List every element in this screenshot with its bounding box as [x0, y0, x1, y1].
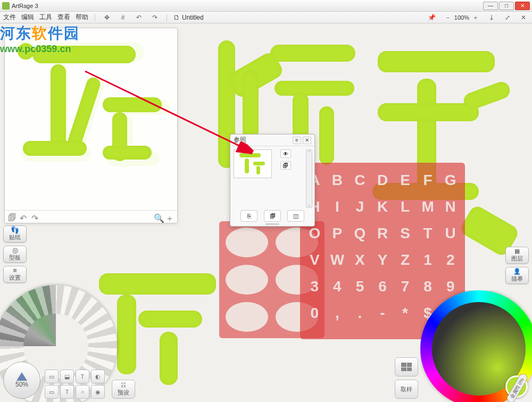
tool-mode-4[interactable]: ◐ [91, 370, 105, 383]
resize-grip[interactable] [265, 223, 279, 225]
new-ref-icon[interactable]: ⎘ [240, 210, 257, 222]
tool-mode-5[interactable]: ▭ [45, 385, 59, 399]
stencil-char: . [350, 301, 370, 325]
close-panel-icon[interactable]: ✕ [518, 13, 529, 22]
stencil-char: 8 [418, 274, 438, 299]
app-title: ArtRage 3 [12, 3, 38, 9]
tool-mode-3[interactable]: T [76, 370, 89, 383]
stencil-char: B [327, 168, 348, 192]
stencil-char: T [418, 221, 438, 246]
zoom-in-icon[interactable]: + [470, 13, 481, 22]
stencil-char: 1 [418, 248, 438, 272]
tool-mode-2[interactable]: ⬓ [60, 370, 74, 383]
note-icon[interactable]: 🗐 [8, 213, 16, 221]
brush-size-indicator[interactable]: 50% [3, 362, 40, 399]
stencil-char: E [395, 168, 415, 192]
stencil-char: N [440, 195, 461, 219]
stencil-char: 4 [327, 274, 348, 299]
options-icon[interactable]: 🗐 [280, 161, 291, 170]
scrollbar[interactable]: ⌃⌄ [306, 149, 312, 208]
menu-view[interactable]: 查看 [57, 13, 70, 22]
annotation-arrow [80, 66, 261, 162]
sample-grid-button[interactable] [395, 357, 418, 376]
stencil-char: L [395, 195, 415, 219]
zoom-value: 100% [454, 14, 469, 21]
svg-line-0 [85, 71, 250, 151]
stencil-char: * [395, 301, 415, 325]
redo-ref-icon[interactable]: ↷ [31, 213, 40, 221]
menu-edit[interactable]: 编辑 [21, 13, 34, 22]
tool-mode-7[interactable]: ○ [76, 385, 89, 399]
stencil-char: 7 [395, 274, 415, 299]
stencil-char: F [418, 168, 438, 192]
stencil-char: S [395, 221, 415, 246]
download-icon[interactable]: ⤓ [486, 13, 497, 22]
stencil-char: 6 [372, 274, 393, 299]
stencil-char: 2 [440, 248, 461, 272]
maximize-button[interactable]: □ [499, 2, 514, 10]
panel-close-icon[interactable]: ✕ [303, 137, 311, 144]
visibility-icon[interactable]: 👁 [280, 149, 291, 158]
stencil-char: W [327, 248, 348, 272]
stencil-char: M [418, 195, 438, 219]
stencil-char: C [350, 168, 370, 192]
stencil-char: U [440, 221, 461, 246]
stencil-char: P [327, 221, 348, 246]
canvas[interactable]: 河东软件园 www.pc0359.cn ABCDEFGHIJKLMNOPQRST… [0, 23, 532, 402]
panel-menu-icon[interactable]: ≡ [293, 137, 301, 144]
close-button[interactable]: ✕ [515, 2, 530, 10]
app-icon [2, 2, 10, 10]
search-icon[interactable]: 🔍 [154, 213, 162, 221]
document-name: Untitled [182, 14, 204, 21]
brush-size-value: 50% [15, 381, 28, 388]
redo-icon[interactable]: ↷ [149, 13, 160, 22]
menu-tools[interactable]: 工具 [39, 13, 52, 22]
stencil-char: D [372, 168, 393, 192]
stencil-char: I [327, 195, 348, 219]
menubar: 文件 编辑 工具 查看 帮助 ✥ # ↶ ↷ 🗋 Untitled 📌 − 10… [0, 12, 532, 23]
add-icon[interactable]: ＋ [165, 213, 174, 221]
preset-button[interactable]: ☷预设 [112, 380, 135, 399]
stencil-char: 3 [304, 274, 325, 299]
fullscreen-icon[interactable]: ⤢ [502, 13, 513, 22]
stickers-panel-button[interactable]: 👣贴纸 [3, 225, 27, 242]
stencil-char: V [304, 248, 325, 272]
move-icon[interactable]: ✥ [102, 13, 112, 22]
stencil-char: K [372, 195, 393, 219]
menu-help[interactable]: 帮助 [76, 13, 88, 22]
undo-icon[interactable]: ↶ [134, 13, 144, 22]
tool-mode-6[interactable]: T [60, 385, 74, 399]
tool-mode-8[interactable]: ◉ [91, 385, 105, 399]
stencil-char: Y [372, 248, 393, 272]
undo-ref-icon[interactable]: ↶ [20, 213, 28, 221]
grid-icon[interactable]: # [118, 13, 128, 22]
menu-file[interactable]: 文件 [3, 13, 16, 22]
settings-panel-button[interactable]: ≡设置 [3, 266, 27, 283]
layers-panel-button[interactable]: ▦图层 [505, 247, 529, 264]
window-titlebar: ArtRage 3 — □ ✕ [0, 0, 532, 12]
stencil-char: Z [395, 248, 415, 272]
tool-mode-grid: ▭ ⬓ T ◐ ▭ T ○ ◉ [45, 370, 105, 399]
tracing-panel-button[interactable]: 👤描摹 [505, 267, 529, 284]
stencil-char: X [350, 248, 370, 272]
zoom-out-icon[interactable]: − [443, 13, 453, 22]
document-icon: 🗋 [173, 14, 180, 21]
pin-icon[interactable]: 📌 [427, 13, 437, 22]
stencil-char: , [327, 301, 348, 325]
layout-ref-icon[interactable]: ◫ [287, 210, 304, 222]
sample-button[interactable]: 取样 [395, 380, 418, 399]
stencils-panel-button[interactable]: ◎型板 [3, 246, 27, 263]
stencil-char: G [440, 168, 461, 192]
stencil-char: J [350, 195, 370, 219]
stencil-char: 0 [304, 301, 325, 325]
stencil-char: Q [350, 221, 370, 246]
minimize-button[interactable]: — [483, 2, 498, 10]
copy-ref-icon[interactable]: 🗐 [264, 210, 281, 222]
tool-mode-1[interactable]: ▭ [45, 370, 59, 383]
stencil-char: 5 [350, 274, 370, 299]
stencil-char: - [372, 301, 393, 325]
stencil-char: R [372, 221, 393, 246]
